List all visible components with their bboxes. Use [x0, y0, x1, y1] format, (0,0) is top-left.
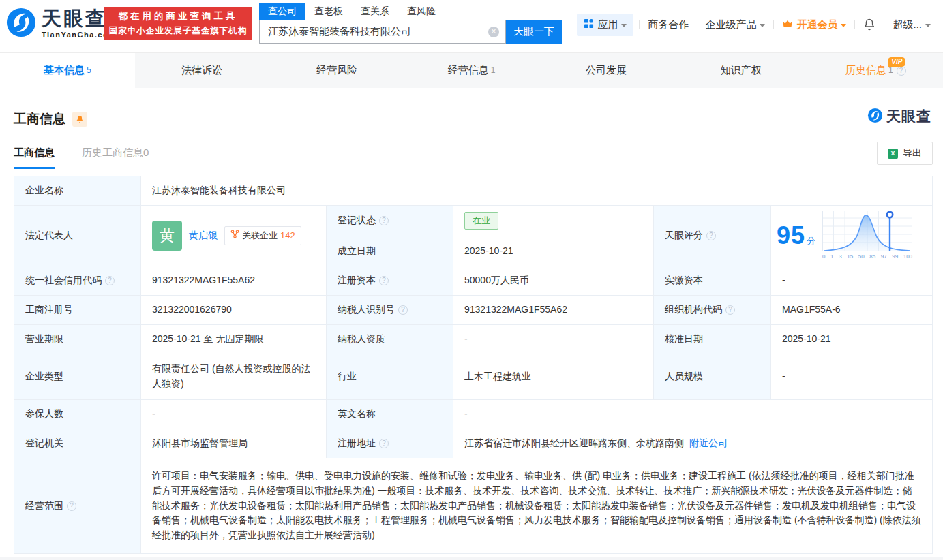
related-label: 关联企业: [242, 229, 278, 243]
cell-paid-capital-label: 实缴资本: [654, 266, 771, 296]
open-vip-link[interactable]: 开通会员: [774, 18, 854, 31]
tab-label: 经营风险: [316, 64, 357, 77]
related-count: 142: [280, 229, 295, 243]
label-text: 人员规模: [665, 369, 703, 384]
label-text: 企业名称: [25, 183, 63, 198]
cell-taxpayer-quality-value: -: [453, 325, 654, 354]
cell-business-term-value: 2025-10-21 至 无固定期限: [141, 325, 327, 354]
help-icon[interactable]: [379, 276, 389, 285]
clear-search-icon[interactable]: [488, 27, 499, 37]
cell-english-name-value: -: [453, 400, 933, 429]
nav-enterprise-products[interactable]: 企业级产品: [697, 18, 773, 31]
help-icon[interactable]: [67, 501, 76, 511]
notification-bell[interactable]: [855, 18, 884, 31]
cell-reg-number-value: 321322001626790: [141, 296, 327, 325]
cell-approval-date-label: 核准日期: [654, 325, 771, 354]
score-distribution-chart: 0131550859799100: [822, 210, 912, 261]
main-content: 工商信息 天眼查 工商信息 历史工商信息0 导出 企业名称 江苏沐泰智能装备科技…: [0, 88, 943, 554]
subtab-history-registration[interactable]: 历史工商信息0: [82, 146, 149, 169]
search-tab-relation[interactable]: 查关系: [352, 3, 398, 20]
cell-industry-label: 行业: [327, 354, 453, 400]
avatar[interactable]: 黄: [152, 221, 182, 251]
tab-basic-info[interactable]: 基本信息5: [0, 53, 135, 88]
cell-establish-date-value: 2025-10-21: [453, 236, 654, 266]
username: 超级...: [893, 18, 922, 31]
score-axis: 0131550859799100: [822, 253, 912, 261]
export-button[interactable]: 导出: [877, 142, 933, 165]
help-icon[interactable]: [725, 305, 735, 315]
label-text: 成立日期: [338, 244, 376, 259]
table-row: 参保人数 - 英文名称 -: [14, 400, 933, 429]
tab-business-risk[interactable]: 经营风险: [269, 53, 404, 88]
tab-label: 公司发展: [586, 64, 627, 77]
label-text: 登记机关: [25, 436, 63, 451]
cell-company-type-value: 有限责任公司 (自然人投资或控股的法人独资): [141, 354, 327, 400]
apps-grid-icon: [584, 18, 594, 31]
status-badge: 在业: [464, 212, 498, 230]
cell-business-scope-value: 许可项目：电气安装服务；输电、供电、受电电力设施的安装、维修和试验；发电业务、输…: [141, 458, 933, 554]
search-area: 查公司 查老板 查关系 查风险 天眼一下: [259, 3, 562, 44]
subtabs: 工商信息 历史工商信息0: [14, 146, 149, 169]
enterprise-label: 企业级产品: [705, 18, 756, 31]
user-menu[interactable]: 超级...: [884, 18, 939, 31]
cell-insured-count-label: 参保人数: [14, 400, 141, 429]
cell-reg-address-value: 江苏省宿迁市沭阳县经开区迎晖路东侧、余杭路南侧附近公司: [453, 429, 933, 458]
cell-reg-status-value: 在业: [453, 206, 654, 236]
label-text: 注册地址: [338, 436, 376, 451]
search-tabs: 查公司 查老板 查关系 查风险: [259, 3, 562, 20]
nearby-companies-link[interactable]: 附近公司: [689, 437, 728, 448]
tab-count: 1: [491, 65, 496, 75]
cell-company-type-label: 企业类型: [14, 354, 141, 400]
table-row: 企业类型 有限责任公司 (自然人投资或控股的法人独资) 行业 土木工程建筑业 人…: [14, 354, 933, 400]
cell-reg-authority-value: 沭阳县市场监督管理局: [141, 429, 327, 458]
label-text: 核准日期: [665, 332, 703, 347]
search-input[interactable]: [267, 25, 485, 38]
tab-label: 历史信息: [845, 64, 886, 77]
tab-company-development[interactable]: 公司发展: [539, 53, 674, 88]
subtab-business-registration[interactable]: 工商信息: [14, 146, 55, 169]
label-text: 统一社会信用代码: [25, 273, 102, 288]
help-icon[interactable]: [105, 276, 115, 285]
legal-rep-link[interactable]: 黄启银: [189, 228, 218, 243]
cell-reg-status-label: 登记状态: [327, 206, 453, 236]
tab-business-info[interactable]: 经营信息1: [404, 53, 539, 88]
table-row: 登记机关 沭阳县市场监督管理局 注册地址 江苏省宿迁市沭阳县经开区迎晖路东侧、余…: [14, 429, 933, 458]
org-chart-icon: [230, 229, 239, 243]
tab-history-info[interactable]: VIP 历史信息1: [808, 53, 943, 88]
table-row: 企业名称 江苏沐泰智能装备科技有限公司: [14, 176, 933, 206]
search-tab-risk[interactable]: 查风险: [398, 3, 445, 20]
tab-legal-proceedings[interactable]: 法律诉讼: [135, 53, 270, 88]
label-text: 实缴资本: [665, 273, 703, 288]
cell-company-name-value: 江苏沐泰智能装备科技有限公司: [141, 176, 933, 206]
excel-icon: [888, 149, 898, 159]
nav-cooperation[interactable]: 商务合作: [640, 18, 697, 31]
cell-reg-capital-value: 50000万人民币: [453, 266, 654, 296]
promo-line2: 国家中小企业发展子基金旗下机构: [109, 25, 248, 37]
search-tab-boss[interactable]: 查老板: [305, 3, 352, 20]
header-nav: 应用 商务合作 企业级产品 开通会员 超级...: [577, 0, 939, 49]
help-icon[interactable]: [897, 66, 906, 76]
help-icon[interactable]: [379, 216, 389, 225]
search-tab-company[interactable]: 查公司: [259, 3, 305, 20]
help-icon[interactable]: [706, 231, 716, 240]
label-text: 行业: [338, 369, 357, 384]
company-tab-bar: 基本信息5 法律诉讼 经营风险 经营信息1 公司发展 知识产权 VIP 历史信息…: [0, 52, 943, 88]
cell-legal-rep-value: 黄 黄启银 关联企业 142: [141, 206, 327, 266]
search-box: [259, 20, 506, 44]
cell-taxpayer-quality-label: 纳税人资质: [327, 325, 453, 354]
apps-menu[interactable]: 应用: [577, 14, 633, 36]
related-companies-badge[interactable]: 关联企业 142: [224, 226, 301, 245]
search-button[interactable]: 天眼一下: [506, 20, 562, 44]
tab-label: 知识产权: [721, 64, 762, 77]
help-icon[interactable]: [398, 305, 408, 315]
monitor-bell-button[interactable]: [72, 112, 87, 127]
tab-label: 经营信息: [448, 64, 489, 77]
help-icon[interactable]: [379, 439, 389, 448]
promo-line1: 都在用的商业查询工具: [119, 10, 238, 22]
label-text: 企业类型: [25, 369, 63, 384]
watermark-logo: 天眼查: [867, 107, 931, 126]
tab-intellectual-property[interactable]: 知识产权: [674, 53, 809, 88]
cell-org-code-label: 组织机构代码: [654, 296, 771, 325]
cell-staff-size-label: 人员规模: [654, 354, 771, 400]
tianyancha-logo[interactable]: 天眼查 TianYanCha.com: [5, 7, 116, 40]
